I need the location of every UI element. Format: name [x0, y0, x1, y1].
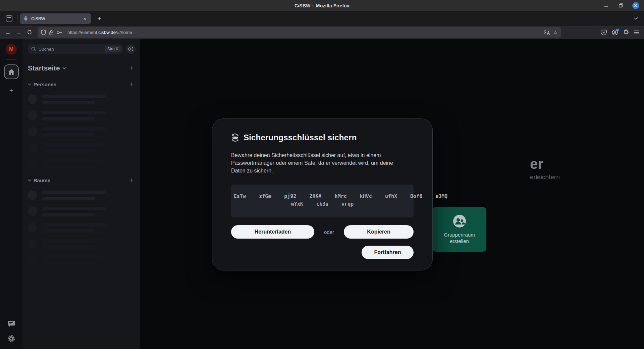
back-button[interactable]: ←: [3, 28, 13, 38]
chevron-down-icon: [28, 179, 31, 182]
skeleton-avatar: [28, 111, 37, 120]
pocket-button[interactable]: [601, 30, 607, 35]
skeleton-bar: [42, 223, 106, 226]
dialog-title: Sicherungsschlüssel sichern: [244, 133, 357, 142]
chevron-down-icon: [634, 17, 638, 20]
skeleton-bar: [42, 143, 106, 146]
bookmark-button[interactable]: ☆: [553, 29, 558, 36]
skeleton-bar: [42, 229, 95, 233]
copy-button[interactable]: Kopieren: [344, 225, 414, 239]
chevron-down-icon: [62, 67, 66, 69]
url-text: https://element.cisbw.de/#/home: [67, 30, 132, 35]
restore-icon: [619, 3, 623, 8]
space-panel: M +: [0, 39, 22, 349]
skeleton-avatar: [28, 207, 37, 216]
firefox-view-button[interactable]: [3, 13, 15, 23]
search-input[interactable]: Suchen Strg K: [28, 44, 123, 54]
skeleton-bar: [42, 133, 95, 137]
lock-icon: [49, 30, 54, 35]
tab-favicon: [23, 16, 29, 21]
extensions-button[interactable]: [623, 30, 629, 36]
section-header-people[interactable]: Personen +: [28, 81, 136, 88]
home-icon: [8, 69, 15, 75]
skeleton-bar: [42, 213, 95, 216]
tab-close-button[interactable]: ×: [82, 15, 88, 22]
people-icon: [453, 214, 466, 228]
chat-bubble-icon: [8, 320, 15, 328]
dialog-body-text: Bewahre deinen Sicherheitsschlüssel sich…: [231, 151, 404, 174]
security-key-line-2: wYxK ck3u vrqp: [234, 200, 411, 208]
skeleton-room-placeholder: [28, 187, 136, 203]
space-panel-divider: [6, 59, 16, 60]
compass-icon: [128, 46, 133, 52]
skeleton-bars: [42, 207, 106, 216]
continue-button[interactable]: Fortfahren: [362, 246, 414, 259]
home-space-button[interactable]: [4, 64, 19, 79]
skeleton-bar: [42, 101, 95, 104]
section-header-rooms[interactable]: Räume +: [28, 177, 136, 184]
translate-icon: [544, 30, 550, 35]
search-row: Suchen Strg K: [28, 44, 136, 54]
skeleton-bars: [42, 223, 106, 233]
puzzle-icon: [623, 30, 629, 36]
skeleton-bar: [42, 255, 106, 258]
download-button[interactable]: Herunterladen: [231, 225, 314, 239]
url-bar[interactable]: https://element.cisbw.de/#/home ☆: [38, 27, 561, 38]
skeleton-avatar: [28, 223, 37, 232]
minimize-button[interactable]: [603, 2, 609, 9]
reload-button[interactable]: [24, 28, 35, 38]
skeleton-bar: [42, 149, 95, 153]
skeleton-bar: [42, 261, 95, 265]
new-tab-button[interactable]: +: [94, 13, 104, 23]
skeleton-room-placeholder: [28, 123, 136, 140]
account-button-wrap: [612, 30, 618, 36]
skeleton-room-placeholder: [28, 252, 136, 268]
section-label: Räume: [34, 178, 50, 183]
search-placeholder: Suchen: [39, 47, 102, 52]
threads-button[interactable]: [6, 318, 17, 330]
skeleton-avatar: [28, 255, 37, 264]
skeleton-bar: [42, 159, 106, 162]
create-group-room-label: Gruppenraum erstellen: [439, 232, 480, 245]
create-group-room-button[interactable]: Gruppenraum erstellen: [432, 207, 486, 252]
search-icon: [31, 47, 36, 51]
skeleton-bar: [42, 191, 106, 194]
add-room-button[interactable]: +: [128, 64, 136, 72]
skeleton-room-placeholder: [28, 156, 136, 172]
skeleton-bar: [42, 239, 106, 242]
account-notification-dot: [616, 29, 619, 32]
space-header[interactable]: Startseite +: [28, 64, 136, 72]
maximize-button[interactable]: [618, 2, 624, 9]
list-all-tabs-button[interactable]: [631, 13, 641, 23]
welcome-heading-fragment: er: [530, 156, 543, 172]
skeleton-bar: [42, 207, 106, 210]
skeleton-bars: [42, 127, 106, 137]
skeleton-room-placeholder: [28, 107, 136, 123]
hamburger-icon: [634, 30, 639, 35]
close-button[interactable]: [632, 2, 639, 9]
window-titlebar: CiSBW – Mozilla Firefox: [0, 0, 644, 11]
skeleton-room-placeholder: [28, 236, 136, 252]
settings-button[interactable]: [6, 333, 17, 344]
add-space-button[interactable]: +: [6, 85, 17, 96]
user-avatar[interactable]: M: [6, 44, 17, 55]
skeleton-bars: [42, 239, 106, 249]
welcome-subheading-fragment: erleichtern: [530, 173, 560, 181]
security-key-panel: EsTw zfGe pj92 2XKA hMrc kHVc ufhX Bof6 …: [231, 185, 414, 217]
tab-bar: CiSBW × +: [0, 11, 644, 26]
forward-button[interactable]: →: [13, 28, 24, 38]
skeleton-bars: [42, 191, 106, 200]
element-app: M + Suchen Strg K: [0, 39, 644, 349]
add-person-button[interactable]: +: [128, 81, 136, 88]
tab-cisbw[interactable]: CiSBW ×: [20, 13, 91, 24]
explore-rooms-button[interactable]: [126, 44, 136, 54]
skeleton-room-placeholder: [28, 140, 136, 156]
skeleton-room-placeholder: [28, 91, 136, 107]
add-room-to-section-button[interactable]: +: [128, 177, 136, 184]
key-restore-icon: [231, 134, 239, 142]
menu-button[interactable]: [634, 30, 639, 35]
backup-key-dialog: Sicherungsschlüssel sichern Bewahre dein…: [212, 118, 433, 270]
translate-button[interactable]: [544, 30, 550, 35]
dialog-title-row: Sicherungsschlüssel sichern: [231, 133, 414, 142]
rooms-skeleton-list: [28, 187, 136, 268]
